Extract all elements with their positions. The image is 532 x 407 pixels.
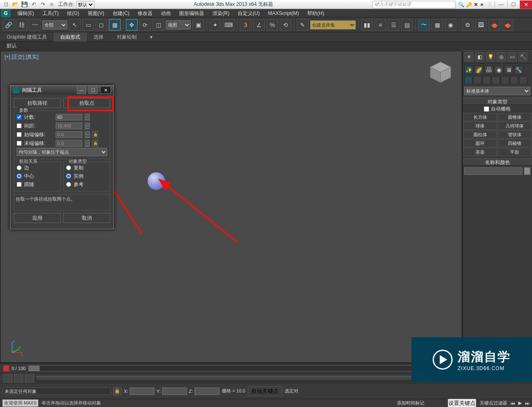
spacing-mode-dropdown[interactable]: 均匀分隔，对象位于端点	[17, 148, 107, 156]
hammer-icon[interactable]: 🔨	[518, 52, 527, 61]
primitive-geosphere[interactable]: 几何球体	[498, 122, 532, 130]
objtype-instance-radio[interactable]	[66, 174, 71, 179]
ribbon-tab-graphite[interactable]: Graphite 建模工具	[0, 32, 54, 42]
endoffset-lock-icon[interactable]: 🔒	[92, 140, 98, 147]
trackbar-key-icon[interactable]	[14, 374, 23, 383]
x-input[interactable]	[130, 387, 155, 395]
startoffset-lock-icon[interactable]: 🔒	[92, 131, 98, 138]
subtab-helpers-icon[interactable]	[501, 76, 509, 84]
playback-prev-icon[interactable]: ⏮	[510, 401, 515, 406]
search-icon[interactable]: 🔍	[458, 2, 464, 7]
rollout-objecttype-header[interactable]: 对象类型	[463, 98, 532, 105]
material-editor-icon[interactable]: ◉	[445, 19, 456, 31]
link-icon[interactable]: ⎋	[48, 1, 56, 8]
timeline-key-icon[interactable]	[3, 365, 9, 371]
count-checkbox[interactable]	[17, 115, 22, 120]
mirror-icon[interactable]: ▮▮	[361, 19, 373, 31]
objtype-copy-radio[interactable]	[66, 165, 71, 170]
selection-filter-dropdown[interactable]: 全部	[42, 20, 67, 29]
viewcube[interactable]	[428, 59, 453, 85]
window-crossing-icon[interactable]: ▦	[109, 19, 121, 31]
context-follow-checkbox[interactable]	[17, 182, 22, 187]
startoffset-checkbox[interactable]	[17, 132, 22, 137]
select-object-icon[interactable]: ↖	[69, 19, 81, 31]
viewport-label[interactable]: [+] [正交] [真实]	[5, 54, 39, 61]
help-icon[interactable]: ❔	[486, 2, 492, 7]
primitive-sphere[interactable]: 球体	[463, 122, 497, 130]
select-scale-icon[interactable]: ◫	[153, 19, 164, 31]
keyfilter-label[interactable]: 关键点过滤器	[480, 400, 507, 406]
create-category-dropdown[interactable]: 标准基本体	[464, 87, 530, 95]
endoffset-checkbox[interactable]	[17, 141, 22, 146]
timeline-thumb[interactable]	[29, 366, 39, 371]
endoffset-input[interactable]	[56, 140, 82, 147]
maximize-button[interactable]: ☐	[507, 0, 520, 9]
percent-snap-icon[interactable]: %	[266, 19, 278, 31]
tab-create-icon[interactable]: ✨	[464, 65, 473, 74]
sun-icon[interactable]: ☀	[464, 52, 473, 61]
primitive-teapot[interactable]: 茶壶	[463, 148, 497, 156]
context-center-radio[interactable]	[17, 174, 22, 179]
safe-frame-icon[interactable]: ▭	[507, 52, 517, 61]
ribbon-tab-select[interactable]: 选择	[87, 32, 110, 42]
tab-modify-icon[interactable]: 🌈	[474, 65, 483, 74]
spinner-snap-icon[interactable]: ⟲	[280, 19, 291, 31]
primitive-box[interactable]: 长方体	[463, 113, 497, 121]
align-icon[interactable]: ≡	[374, 19, 386, 31]
dialog-maximize-button[interactable]: ☐	[89, 86, 98, 94]
count-spinner[interactable]	[85, 114, 90, 120]
menu-tools[interactable]: 工具(T)	[38, 9, 63, 17]
close-button[interactable]: ✕	[520, 0, 532, 9]
use-center-icon[interactable]: ▣	[192, 19, 204, 31]
startoffset-input[interactable]	[56, 131, 82, 138]
ribbon-sub-default[interactable]: 默认	[0, 42, 532, 50]
apply-button[interactable]: 应用	[14, 213, 61, 223]
ribbon-tab-objpaint[interactable]: 对象绘制	[110, 32, 143, 42]
favorites-icon[interactable]: ★	[480, 2, 484, 7]
subtab-systems-icon[interactable]	[519, 76, 527, 84]
select-rotate-icon[interactable]: ⟳	[139, 19, 151, 31]
layers-icon[interactable]: ☰	[388, 19, 399, 31]
autogrid-checkbox[interactable]	[484, 106, 489, 112]
endoffset-spinner[interactable]	[85, 140, 90, 147]
ribbon-collapse-icon[interactable]: ▾	[143, 32, 159, 42]
cancel-button[interactable]: 取消	[63, 213, 110, 223]
subtab-spacewarps-icon[interactable]	[510, 76, 518, 84]
subtab-geometry-icon[interactable]	[464, 76, 473, 84]
unlink-icon[interactable]: ⛓	[16, 19, 27, 31]
named-selection-dropdown[interactable]: 创建选择集	[310, 20, 356, 29]
rectangle-select-icon[interactable]: ◻	[96, 19, 107, 31]
bind-spacewarp-icon[interactable]: 〰	[29, 19, 41, 31]
menu-grapheditors[interactable]: 图形编辑器	[175, 9, 208, 17]
primitive-cone[interactable]: 圆锥体	[498, 113, 532, 121]
dialog-close-button[interactable]: ✕	[100, 86, 111, 94]
new-icon[interactable]: 🗋	[2, 1, 10, 8]
exchange-icon[interactable]: ✖	[474, 2, 478, 7]
trackbar-filter-icon[interactable]	[25, 374, 34, 383]
rendered-frame-icon[interactable]: 🖼	[475, 19, 487, 31]
playback-play-icon[interactable]: ▶	[518, 400, 522, 406]
light-icon[interactable]: 💡	[486, 52, 495, 61]
subtab-lights-icon[interactable]	[483, 76, 491, 84]
minimize-button[interactable]: —	[495, 0, 507, 9]
z-input[interactable]	[195, 387, 219, 395]
sphere-object[interactable]	[148, 172, 165, 190]
object-name-input[interactable]	[464, 167, 522, 175]
redo-icon[interactable]: ↷	[39, 1, 47, 8]
curve-editor-icon[interactable]: 〜	[418, 19, 430, 31]
undo-icon[interactable]: ↶	[30, 1, 37, 8]
primitive-torus[interactable]: 圆环	[463, 139, 497, 147]
reference-coord-dropdown[interactable]: 视图	[166, 20, 191, 29]
primitive-cylinder[interactable]: 圆柱体	[463, 130, 497, 139]
autokey-button[interactable]: 自动关键点	[248, 386, 282, 396]
select-name-icon[interactable]: ▭	[82, 19, 94, 31]
menu-create[interactable]: 创建(C)	[108, 9, 134, 17]
rollout-namecolor-header[interactable]: 名称和颜色	[463, 158, 532, 166]
y-input[interactable]	[162, 387, 187, 395]
workspace-dropdown[interactable]: 默认	[76, 1, 94, 8]
pick-path-button[interactable]: 拾取路径	[14, 98, 61, 108]
setkey-button[interactable]: 设置关键点	[448, 399, 476, 407]
spacing-spinner[interactable]	[85, 123, 90, 129]
object-color-swatch[interactable]	[524, 167, 530, 175]
exposure-icon[interactable]: ◧	[475, 52, 484, 61]
